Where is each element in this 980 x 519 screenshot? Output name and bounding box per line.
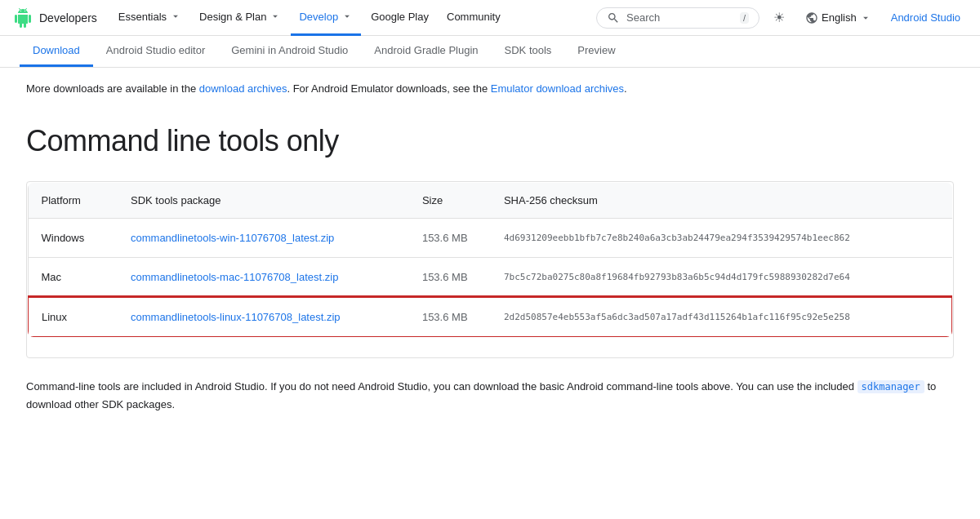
header-size: Size <box>409 182 491 218</box>
cell-checksum: 2d2d50857e4eb553af5a6dc3ad507a17adf43d11… <box>491 297 952 337</box>
header-package: SDK tools package <box>118 182 409 218</box>
search-shortcut: / <box>740 12 749 24</box>
nav-develop[interactable]: Develop <box>291 0 361 36</box>
cell-checksum: 7bc5c72ba0275c80a8f19684fb92793b83a6b5c9… <box>491 257 952 297</box>
nav-google-play-label: Google Play <box>371 11 429 23</box>
nav-google-play[interactable]: Google Play <box>363 0 437 36</box>
tab-android-studio-editor[interactable]: Android Studio editor <box>93 36 218 67</box>
info-text-after: . <box>624 82 627 95</box>
chevron-down-icon <box>341 11 353 22</box>
lang-label: English <box>822 11 857 24</box>
nav-right: Search / ☀ English Android Studio <box>596 5 967 31</box>
chevron-down-icon <box>170 11 181 22</box>
cell-size: 153.6 MB <box>409 218 491 257</box>
search-label: Search <box>626 11 733 24</box>
nav-community[interactable]: Community <box>439 0 509 36</box>
chevron-down-icon <box>860 12 871 24</box>
globe-icon <box>805 11 818 24</box>
cell-size: 153.6 MB <box>409 297 491 337</box>
cell-checksum: 4d6931209eebb1bfb7c7e8b240a6a3cb3ab24479… <box>491 218 952 257</box>
nav-design-label: Design & Plan <box>199 11 266 23</box>
nav-essentials-label: Essentials <box>118 11 167 23</box>
emulator-archives-link[interactable]: Emulator download archives <box>491 82 624 95</box>
cell-package[interactable]: commandlinetools-linux-11076708_latest.z… <box>118 297 409 337</box>
info-text-before: More downloads are available in the <box>26 82 199 95</box>
search-box[interactable]: Search / <box>596 7 760 29</box>
tab-gemini[interactable]: Gemini in Android Studio <box>218 36 361 67</box>
section-title: Command line tools only <box>26 124 954 158</box>
sub-navigation: Download Android Studio editor Gemini in… <box>0 36 980 68</box>
tab-preview[interactable]: Preview <box>564 36 628 67</box>
nav-develop-label: Develop <box>299 11 338 23</box>
top-navigation: Developers Essentials Design & Plan Deve… <box>0 0 980 36</box>
downloads-table: Platform SDK tools package Size SHA-256 … <box>27 182 953 338</box>
download-archives-link[interactable]: download archives <box>199 82 287 95</box>
table-header-row: Platform SDK tools package Size SHA-256 … <box>28 182 952 218</box>
nav-design-plan[interactable]: Design & Plan <box>191 0 289 36</box>
language-selector[interactable]: English <box>799 8 878 28</box>
table-row: Maccommandlinetools-mac-11076708_latest.… <box>28 257 952 297</box>
logo-link[interactable]: Developers <box>13 8 97 28</box>
nav-community-label: Community <box>447 11 501 23</box>
package-link[interactable]: commandlinetools-mac-11076708_latest.zip <box>131 271 338 283</box>
main-content: More downloads are available in the down… <box>0 68 980 440</box>
downloads-table-wrapper: Platform SDK tools package Size SHA-256 … <box>26 181 954 358</box>
table-row: Linuxcommandlinetools-linux-11076708_lat… <box>28 297 952 337</box>
package-link[interactable]: commandlinetools-win-11076708_latest.zip <box>131 232 334 244</box>
header-checksum: SHA-256 checksum <box>491 182 952 218</box>
cell-size: 153.6 MB <box>409 257 491 297</box>
info-bar: More downloads are available in the down… <box>26 81 954 98</box>
android-studio-link[interactable]: Android Studio <box>884 11 967 24</box>
info-text-middle: . For Android Emulator downloads, see th… <box>287 82 490 95</box>
header-platform: Platform <box>28 182 118 218</box>
cell-package[interactable]: commandlinetools-mac-11076708_latest.zip <box>118 257 409 297</box>
search-icon <box>607 11 620 24</box>
tab-gradle-plugin[interactable]: Android Gradle Plugin <box>361 36 491 67</box>
table-row: Windowscommandlinetools-win-11076708_lat… <box>28 218 952 257</box>
logo-text: Developers <box>39 11 97 24</box>
tab-download[interactable]: Download <box>20 36 93 67</box>
tab-sdk-tools[interactable]: SDK tools <box>492 36 565 67</box>
cell-platform: Linux <box>28 297 118 337</box>
cell-platform: Mac <box>28 257 118 297</box>
package-link[interactable]: commandlinetools-linux-11076708_latest.z… <box>131 311 341 323</box>
cell-platform: Windows <box>28 218 118 257</box>
footer-note: Command-line tools are included in Andro… <box>26 378 954 414</box>
nav-essentials[interactable]: Essentials <box>110 0 189 36</box>
android-logo-icon <box>13 8 33 28</box>
cell-package[interactable]: commandlinetools-win-11076708_latest.zip <box>118 218 409 257</box>
nav-items: Essentials Design & Plan Develop Google … <box>110 0 593 36</box>
chevron-down-icon <box>270 11 281 22</box>
sdkmanager-code: sdkmanager <box>858 380 924 393</box>
theme-toggle-button[interactable]: ☀ <box>766 5 792 31</box>
